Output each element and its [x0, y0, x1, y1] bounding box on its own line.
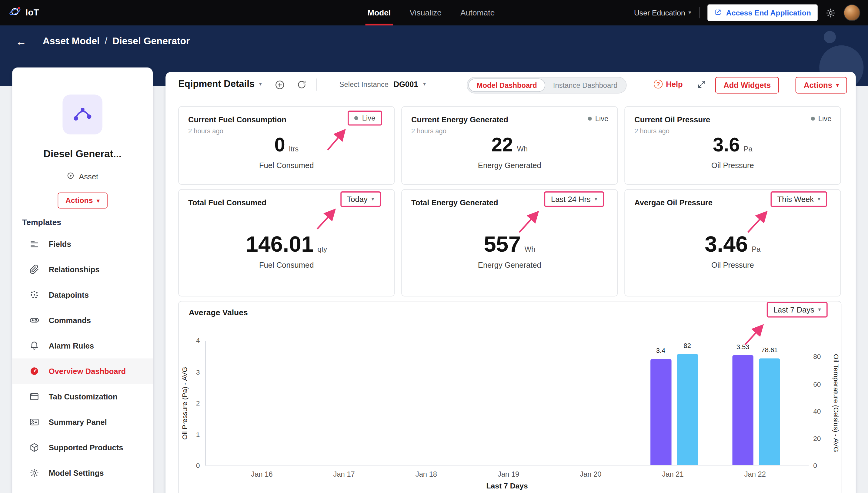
relationships-icon [29, 264, 39, 275]
bar-value-label: 82 [683, 342, 691, 349]
box-icon [29, 442, 39, 453]
breadcrumb: ← Asset Model / Diesel Generator [16, 36, 190, 47]
breadcrumb-section[interactable]: Asset Model [43, 36, 100, 47]
dashboard-toggle: Model Dashboard Instance Dashboard [467, 77, 627, 93]
toggle-instance-dashboard[interactable]: Instance Dashboard [545, 79, 625, 92]
stat-unit: ltrs [289, 145, 299, 153]
chevron-down-icon: ▾ [259, 82, 262, 87]
brand[interactable]: IoT [9, 0, 39, 25]
bar-left[interactable] [732, 355, 753, 465]
fields-icon [29, 239, 39, 249]
live-dot-icon [354, 116, 358, 120]
x-axis-label: Jan 22 [744, 470, 766, 478]
stat-label: Energy Generated [402, 161, 617, 170]
x-axis-label: Jan 18 [415, 470, 437, 478]
card-total-fuel-consumed: Total Fuel Consumed Today▾ 146.01 qty Fu… [178, 189, 395, 297]
gauge-dashboard-icon [29, 366, 39, 377]
sidebar-actions-button[interactable]: Actions▾ [58, 193, 107, 209]
user-avatar[interactable] [844, 4, 861, 21]
right-tick: 40 [813, 408, 821, 415]
chevron-down-icon: ▾ [818, 196, 821, 202]
sidebar-item-datapoints[interactable]: Datapoints [12, 282, 153, 308]
stat-value: 146.01 [246, 232, 313, 257]
sidebar-item-model-settings[interactable]: Model Settings [12, 460, 153, 486]
stat-unit: Wh [524, 245, 536, 253]
sidebar-item-commands[interactable]: Commands [12, 308, 153, 333]
card-current-energy-generated: Current Energy Generated 2 hours ago Liv… [401, 106, 618, 185]
live-badge: Live [811, 114, 831, 123]
nav-right: User Education▾ Access End Application [634, 0, 860, 25]
toolbar-divider [316, 79, 317, 90]
stat-unit: Pa [751, 245, 760, 253]
asset-type: Asset [12, 171, 153, 181]
instance-value: DG001 [393, 80, 418, 88]
stat-value: 0 [274, 134, 285, 156]
settings-gear-icon[interactable] [825, 7, 836, 18]
add-circle-icon[interactable] [274, 79, 285, 90]
alarm-bell-icon [29, 340, 39, 351]
bar-value-label: 3.53 [737, 343, 749, 351]
x-axis-label: Jan 17 [333, 470, 355, 478]
add-widgets-button[interactable]: Add Widgets [715, 77, 779, 93]
datapoints-icon [29, 290, 39, 300]
select-instance-dropdown[interactable]: Select Instance DG001 ▾ [339, 80, 426, 88]
sidebar-item-fields[interactable]: Fields [12, 231, 153, 257]
stat-value: 22 [492, 134, 513, 156]
bar-right[interactable] [677, 354, 698, 465]
bar-right[interactable] [759, 358, 780, 465]
refresh-icon[interactable] [296, 79, 307, 90]
range-select-last-24-hrs[interactable]: Last 24 Hrs▾ [544, 191, 604, 207]
chevron-down-icon: ▾ [372, 196, 374, 202]
stat-label: Fuel Consumed [179, 161, 394, 170]
tab-visualize[interactable]: Visualize [410, 0, 441, 25]
right-axis-ticks: 020406080 [813, 341, 832, 466]
right-tick: 80 [813, 353, 821, 361]
asset-icon [67, 171, 75, 181]
back-arrow-icon[interactable]: ← [16, 36, 27, 47]
toggle-model-dashboard[interactable]: Model Dashboard [468, 79, 545, 92]
primary-tabs: Model Visualize Automate [368, 0, 495, 25]
card-average-oil-pressure: Avergae Oil Pressure This Week▾ 3.46 Pa … [624, 189, 841, 297]
left-tick: 4 [196, 337, 200, 345]
card-total-energy-generated: Total Energy Generated Last 24 Hrs▾ 557 … [401, 189, 618, 297]
chevron-down-icon: ▾ [688, 10, 691, 16]
sidebar-item-tab-customization[interactable]: Tab Customization [12, 384, 153, 409]
page-title[interactable]: Eqipment Details▾ [178, 79, 262, 90]
stat-unit: Pa [744, 145, 752, 153]
range-select-last-7-days[interactable]: Last 7 Days▾ [767, 302, 828, 317]
range-select-this-week[interactable]: This Week▾ [771, 191, 827, 207]
stat-label: Fuel Consumed [179, 260, 394, 269]
tab-model[interactable]: Model [368, 0, 391, 25]
user-education-menu[interactable]: User Education▾ [634, 8, 691, 17]
asset-name: Diesel Generat... [12, 148, 153, 160]
breadcrumb-page: Diesel Generator [112, 36, 190, 47]
x-axis-label: Jan 21 [662, 470, 683, 478]
range-select-today[interactable]: Today▾ [340, 191, 381, 207]
bar-value-label: 3.4 [656, 347, 665, 355]
x-axis-label: Jan 19 [498, 470, 519, 478]
decorative-circle-small [824, 31, 836, 43]
sidebar-item-summary-panel[interactable]: Summary Panel [12, 409, 153, 435]
chart-title: Average Values [189, 308, 248, 317]
sidebar-item-overview-dashboard[interactable]: Overview Dashboard [12, 359, 153, 384]
sidebar-item-alarm-rules[interactable]: Alarm Rules [12, 333, 153, 359]
sidebar: Diesel Generat... Asset Actions▾ Templat… [12, 67, 153, 493]
stat-value: 3.6 [713, 134, 740, 156]
stat-value: 3.46 [705, 232, 748, 257]
bar-left[interactable] [650, 359, 671, 465]
left-tick: 3 [196, 368, 200, 376]
right-axis-title: Oil Temperature (Celsius) - AVG [832, 341, 840, 466]
bar-value-label: 78.61 [761, 346, 778, 354]
sidebar-item-supported-products[interactable]: Supported Products [12, 435, 153, 460]
expand-icon[interactable] [697, 80, 708, 91]
actions-button[interactable]: Actions▾ [795, 77, 847, 93]
help-link[interactable]: ? Help [654, 80, 683, 88]
tab-automate[interactable]: Automate [460, 0, 495, 25]
dashboard-panel: Eqipment Details▾ Select Instance DG001 … [165, 72, 856, 493]
access-end-application-button[interactable]: Access End Application [707, 4, 818, 21]
sidebar-menu: Fields Relationships Datapoints Commands [12, 231, 153, 486]
sidebar-item-relationships[interactable]: Relationships [12, 257, 153, 282]
app: IoT Model Visualize Automate User Educat… [0, 0, 868, 493]
right-tick: 60 [813, 380, 821, 388]
x-axis-label: Jan 16 [251, 470, 272, 478]
